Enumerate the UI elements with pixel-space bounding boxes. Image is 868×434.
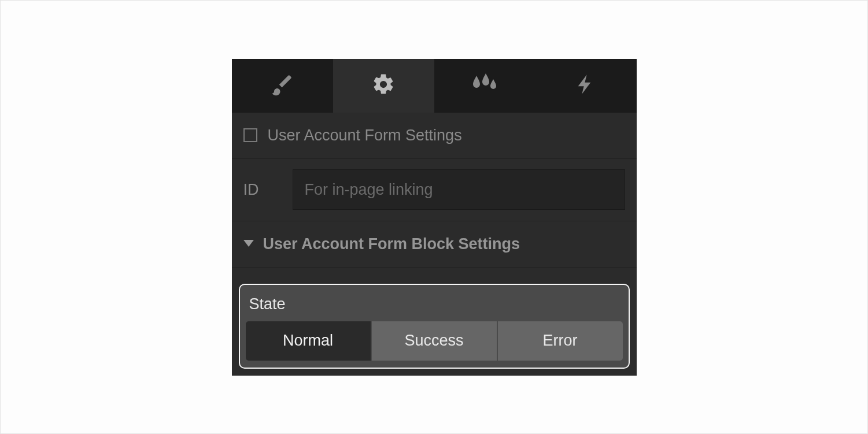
state-option-error[interactable]: Error xyxy=(498,321,623,361)
state-box: State Normal Success Error xyxy=(239,284,630,369)
block-settings-header[interactable]: User Account Form Block Settings xyxy=(232,221,637,268)
form-settings-checkbox[interactable] xyxy=(243,128,257,142)
tab-effects[interactable] xyxy=(434,59,535,113)
id-field-row: ID xyxy=(232,159,637,221)
id-input[interactable] xyxy=(293,169,625,210)
state-label: State xyxy=(246,291,623,321)
brush-icon xyxy=(270,72,294,99)
tab-style[interactable] xyxy=(232,59,333,113)
id-label: ID xyxy=(243,181,293,199)
state-toggle-group: Normal Success Error xyxy=(246,321,623,361)
bolt-icon xyxy=(574,73,597,98)
tab-interactions[interactable] xyxy=(535,59,637,113)
panel-tabs xyxy=(232,59,637,113)
state-option-normal[interactable]: Normal xyxy=(246,321,371,361)
chevron-down-icon xyxy=(243,239,254,249)
gear-icon xyxy=(371,72,396,99)
block-settings-title: User Account Form Block Settings xyxy=(263,235,520,253)
state-option-success[interactable]: Success xyxy=(372,321,497,361)
form-settings-title: User Account Form Settings xyxy=(268,127,462,144)
form-settings-header: User Account Form Settings xyxy=(232,113,637,159)
tab-settings[interactable] xyxy=(333,59,434,113)
water-drops-icon xyxy=(471,73,498,98)
settings-panel: User Account Form Settings ID User Accou… xyxy=(232,59,637,376)
